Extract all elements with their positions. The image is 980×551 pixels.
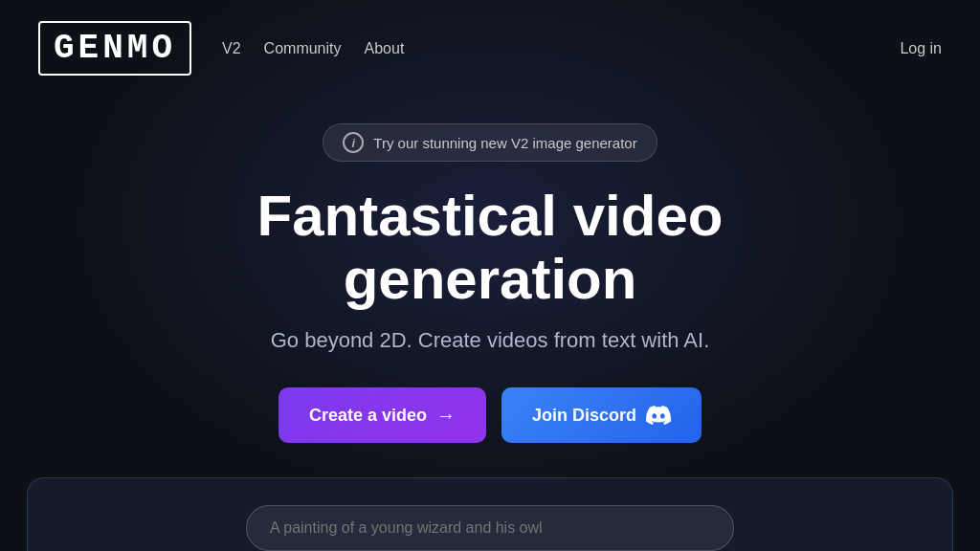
- cta-buttons: Create a video → Join Discord: [278, 387, 702, 443]
- logo[interactable]: GENMO: [38, 21, 191, 76]
- nav-right: Log in: [900, 40, 942, 57]
- login-button[interactable]: Log in: [900, 40, 942, 57]
- navbar: GENMO V2 Community About Log in: [0, 0, 980, 97]
- create-video-button[interactable]: Create a video →: [278, 387, 486, 443]
- hero-subtitle: Go beyond 2D. Create videos from text wi…: [271, 328, 710, 353]
- discord-icon: [646, 403, 671, 428]
- arrow-icon: →: [436, 405, 456, 427]
- announcement-text: Try our stunning new V2 image generator: [373, 135, 636, 151]
- hero-title: Fantastical video generation: [107, 185, 873, 311]
- nav-link-community[interactable]: Community: [264, 40, 342, 57]
- announcement-badge[interactable]: i Try our stunning new V2 image generato…: [323, 123, 657, 162]
- creation-card: Upload Start Creating: [27, 477, 953, 551]
- nav-link-v2[interactable]: V2: [222, 40, 241, 57]
- hero-section: i Try our stunning new V2 image generato…: [0, 97, 980, 477]
- prompt-input[interactable]: [270, 519, 710, 537]
- info-icon: i: [343, 132, 364, 153]
- nav-link-about[interactable]: About: [365, 40, 405, 57]
- prompt-input-container[interactable]: [246, 505, 734, 551]
- nav-left: GENMO V2 Community About: [38, 21, 404, 76]
- join-discord-button[interactable]: Join Discord: [501, 387, 702, 443]
- nav-links: V2 Community About: [222, 40, 404, 57]
- logo-text: GENMO: [38, 21, 191, 76]
